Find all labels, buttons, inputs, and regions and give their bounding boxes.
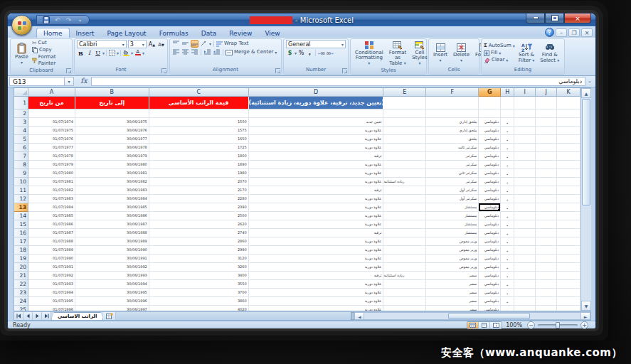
cell-D19[interactable]: علاوة دورية [249,255,384,263]
decrease-indent-button[interactable] [203,48,211,56]
cell-H13[interactable]: . [501,203,514,212]
cell-D21[interactable]: ترقية [249,272,384,280]
cell-F17[interactable]: وزير مفوض [426,237,479,246]
cell-H15[interactable]: . [501,220,514,229]
fill-color-dropdown-icon[interactable]: ▾ [131,50,133,55]
cell-I22[interactable] [514,280,536,289]
cell-K19[interactable] [557,255,580,263]
cell-D9[interactable]: علاوة دورية [249,169,384,178]
cell-G7[interactable]: دبلوماسي [479,152,501,161]
row-header-14[interactable]: 14 [14,212,28,220]
cell-F5[interactable]: ملحق [426,135,479,144]
column-header-D[interactable]: D [249,88,384,97]
last-sheet-button[interactable] [42,312,51,320]
cell-E23[interactable] [383,289,426,297]
cell-E10[interactable]: زيادة استثنائية [383,178,426,186]
zoom-in-button[interactable]: + [580,321,588,329]
insert-cells-button[interactable]: Insert▾ [431,43,450,64]
cell-B7[interactable]: 30/06/1979 [75,152,149,161]
cell-K25[interactable] [557,306,580,311]
cell-G12[interactable]: دبلوماسي [479,195,501,203]
cell-styles-button[interactable]: CellStyles ▾ [410,40,429,67]
cell-J20[interactable] [536,263,557,272]
row-header-21[interactable]: 21 [14,272,28,280]
cell-B5[interactable]: 30/06/1977 [75,135,149,144]
cell-G24[interactable]: دبلوماسي [479,297,501,306]
insert-worksheet-button[interactable] [103,312,116,320]
cell-G1[interactable] [479,97,501,109]
cell-F13[interactable]: مستشار [426,203,479,212]
cell-E18[interactable] [383,246,426,255]
cell-E20[interactable] [383,263,426,272]
row-header-16[interactable]: 16 [14,229,28,237]
cell-A18[interactable]: 01/07/1989 [28,246,75,255]
doc-close-button[interactable]: × [581,28,593,37]
close-button[interactable]: × [564,14,591,23]
scroll-left-icon[interactable]: ◄ [355,313,364,319]
cell-I20[interactable] [514,263,536,272]
cell-J6[interactable] [536,144,557,152]
cell-F2[interactable] [426,109,479,118]
tab-data[interactable]: Data [195,28,223,38]
format-as-table-button[interactable]: Formatas Table ▾ [387,40,409,67]
cell-H12[interactable]: . [501,195,514,203]
cell-I2[interactable] [514,109,536,118]
cell-H20[interactable]: . [501,263,514,272]
cell-I5[interactable] [514,135,536,144]
cell-B23[interactable]: 30/06/1995 [75,289,149,297]
cell-J21[interactable] [536,272,557,280]
cell-C22[interactable]: 3550 [149,280,249,289]
cell-C1[interactable]: قيمة الراتب الأساسي [149,97,249,109]
align-left-button[interactable] [172,48,180,56]
cell-J11[interactable] [536,186,557,195]
cell-H22[interactable]: . [501,280,514,289]
cell-D3[interactable]: تعيين جديد [249,118,384,127]
office-button[interactable] [11,15,32,36]
cell-F1[interactable] [426,97,479,109]
cell-I9[interactable] [514,169,536,178]
cell-K2[interactable] [557,109,580,118]
bold-button[interactable]: B [77,49,85,57]
cell-F4[interactable]: ملحق إداري [426,127,479,135]
cell-D8[interactable]: علاوة دورية [249,161,384,169]
cell-B11[interactable]: 30/06/1983 [75,186,149,195]
cell-B14[interactable]: 30/06/1986 [75,212,149,220]
cell-E16[interactable] [383,229,426,237]
cell-J15[interactable] [536,220,557,229]
cell-B24[interactable]: 30/06/1996 [75,297,149,306]
column-header-B[interactable]: B [75,88,149,97]
column-header-C[interactable]: C [149,88,249,97]
minimize-button[interactable] [526,14,545,23]
merge-center-button[interactable]: Merge & Center▾ [226,49,277,55]
cell-K9[interactable] [557,169,580,178]
cell-I19[interactable] [514,255,536,263]
horizontal-scroll-thumb[interactable] [448,313,530,319]
redo-icon[interactable]: ↷ [64,16,73,24]
cell-E5[interactable] [383,135,426,144]
cell-J17[interactable] [536,237,557,246]
cell-E8[interactable] [383,161,426,169]
cell-G8[interactable]: دبلوماسي [479,161,501,169]
row-header-2[interactable]: 2 [14,109,28,118]
cell-E2[interactable] [383,109,426,118]
cell-A23[interactable]: 01/07/1994 [28,289,75,297]
cell-E4[interactable] [383,127,426,135]
fill-button[interactable]: Fill▾ [484,50,515,56]
cell-F19[interactable]: وزير مفوض [426,255,479,263]
cell-J8[interactable] [536,161,557,169]
cell-A20[interactable]: 01/07/1991 [28,263,75,272]
cell-G17[interactable]: دبلوماسي [479,237,501,246]
align-center-button[interactable] [181,48,189,56]
row-header-24[interactable]: 24 [14,297,28,306]
zoom-level[interactable]: 100% [506,322,522,328]
cell-I14[interactable] [514,212,536,220]
cell-K14[interactable] [557,212,580,220]
cell-B6[interactable]: 30/06/1978 [75,144,149,152]
cell-I6[interactable] [514,144,536,152]
cell-I13[interactable] [514,203,536,212]
row-header-17[interactable]: 17 [14,237,28,246]
cell-G18[interactable]: دبلوماسي [479,246,501,255]
cell-A11[interactable]: 01/07/1982 [28,186,75,195]
next-sheet-button[interactable] [33,312,42,320]
cell-H9[interactable]: . [501,169,514,178]
